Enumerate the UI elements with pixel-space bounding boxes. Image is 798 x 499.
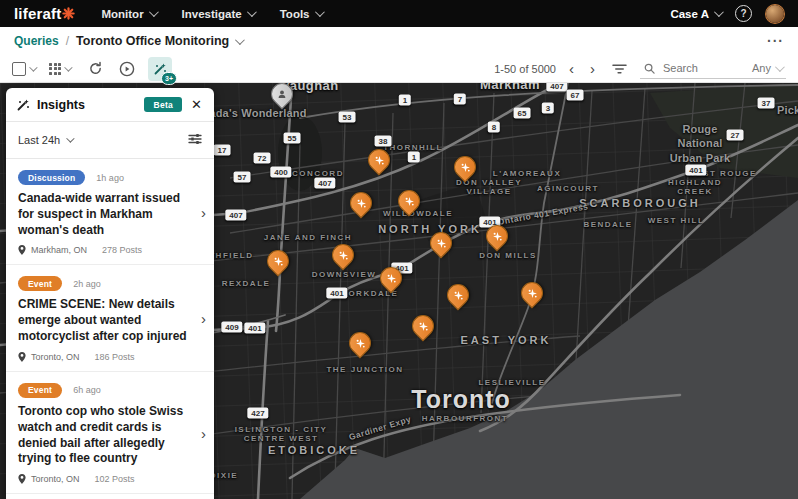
- magic-wand-icon: [16, 98, 30, 112]
- select-all-dropdown[interactable]: [12, 62, 35, 76]
- card-post-count: 278 Posts: [102, 245, 142, 255]
- chevron-down-icon: [64, 63, 72, 71]
- breadcrumb-separator: /: [66, 34, 69, 48]
- breadcrumb-bar: Queries / Toronto Office Monitoring ···: [0, 27, 798, 55]
- more-options-button[interactable]: ···: [767, 33, 784, 49]
- sparkle-icon: [413, 316, 433, 336]
- run-query-button[interactable]: [116, 58, 138, 80]
- location-pin-icon: [18, 474, 26, 484]
- query-title: Toronto Office Monitoring: [76, 34, 229, 48]
- nav-menu-monitor-label: Monitor: [101, 8, 143, 20]
- chevron-down-icon: [775, 62, 785, 72]
- card-location: Markham, ON: [31, 245, 87, 255]
- insight-card[interactable]: Discussion 1h ago Canada-wide warrant is…: [6, 159, 214, 265]
- sparkle-icon: [431, 233, 451, 253]
- app-logo-text: liferaft: [14, 5, 61, 22]
- app-logo[interactable]: liferaft: [14, 5, 75, 22]
- nav-menu-investigate[interactable]: Investigate: [182, 8, 254, 20]
- chevron-down-icon: [247, 7, 257, 17]
- insight-card[interactable]: Event 6h ago Toronto cop who stole Swiss…: [6, 372, 214, 494]
- card-timestamp: 2h ago: [73, 279, 101, 289]
- sparkle-icon: [522, 283, 542, 303]
- chevron-down-icon: [235, 35, 245, 45]
- sparkle-icon: [333, 245, 353, 265]
- card-title: CRIME SCENE: New details emerge about wa…: [18, 297, 202, 344]
- insights-toggle-button[interactable]: 3+: [148, 57, 172, 81]
- next-page-button[interactable]: ›: [587, 61, 598, 76]
- prev-page-button[interactable]: ‹: [566, 61, 577, 76]
- logo-starburst-icon: [62, 7, 75, 20]
- search-input[interactable]: [661, 61, 737, 75]
- refresh-button[interactable]: [84, 58, 106, 80]
- case-selector-label: Case A: [670, 8, 709, 20]
- location-pin-icon: [18, 245, 26, 255]
- checkbox-icon: [12, 62, 26, 76]
- breadcrumb-queries-link[interactable]: Queries: [14, 34, 59, 48]
- nav-menu-tools-label: Tools: [280, 8, 310, 20]
- sparkle-icon: [381, 268, 401, 288]
- sparkle-icon: [448, 285, 468, 305]
- filter-lines-icon: [612, 63, 627, 75]
- case-selector[interactable]: Case A: [670, 8, 721, 20]
- close-icon[interactable]: ✕: [189, 97, 204, 112]
- card-post-count: 186 Posts: [95, 352, 135, 362]
- top-nav-bar: liferaft Monitor Investigate Tools Case …: [0, 0, 798, 27]
- nav-menu-monitor[interactable]: Monitor: [101, 8, 155, 20]
- card-location: Toronto, ON: [31, 352, 80, 362]
- sparkle-icon: [369, 150, 389, 170]
- sparkle-icon: [350, 333, 370, 353]
- view-layout-dropdown[interactable]: [49, 63, 70, 75]
- insights-panel-title: Insights: [37, 98, 85, 112]
- pagination-label: 1-50 of 5000: [494, 63, 556, 75]
- filter-button[interactable]: [608, 58, 630, 80]
- insights-count-badge: 3+: [161, 72, 177, 85]
- play-icon: [119, 61, 135, 77]
- insights-settings-button[interactable]: [188, 131, 202, 149]
- category-badge: Event: [18, 276, 62, 291]
- chevron-down-icon: [149, 7, 159, 17]
- time-range-label: Last 24h: [18, 134, 60, 146]
- search-scope-dropdown[interactable]: Any: [752, 62, 782, 74]
- refresh-icon: [88, 61, 103, 76]
- insight-card[interactable]: Discussion 8h ago Toronto police release…: [6, 494, 214, 499]
- search-scope-label: Any: [752, 62, 771, 74]
- user-avatar[interactable]: [766, 5, 784, 23]
- category-badge: Discussion: [18, 170, 85, 185]
- insights-panel: Insights Beta ✕ Last 24h Discussion 1h a…: [6, 88, 214, 499]
- query-title-dropdown[interactable]: Toronto Office Monitoring: [76, 34, 242, 48]
- insights-filter-row: Last 24h: [6, 122, 214, 159]
- category-badge: Event: [18, 383, 62, 398]
- sparkle-icon: [268, 251, 288, 271]
- card-title: Toronto cop who stole Swiss watch and cr…: [18, 404, 202, 467]
- nav-menu-tools[interactable]: Tools: [280, 8, 322, 20]
- card-location: Toronto, ON: [31, 474, 80, 484]
- person-icon: [272, 84, 292, 104]
- chevron-right-icon[interactable]: ›: [201, 203, 206, 220]
- search-icon: [644, 63, 655, 74]
- sliders-icon: [188, 133, 202, 145]
- help-icon: ?: [740, 8, 746, 19]
- time-range-dropdown[interactable]: Last 24h: [18, 134, 72, 146]
- nav-menu-investigate-label: Investigate: [182, 8, 242, 20]
- chevron-down-icon: [29, 63, 37, 71]
- card-timestamp: 6h ago: [73, 385, 101, 395]
- chevron-right-icon[interactable]: ›: [201, 310, 206, 327]
- insights-panel-header: Insights Beta ✕: [6, 88, 214, 122]
- sparkle-icon: [351, 193, 371, 213]
- search-box[interactable]: Any: [640, 58, 786, 79]
- sparkle-icon: [487, 226, 507, 246]
- card-timestamp: 1h ago: [96, 173, 124, 183]
- sparkle-icon: [455, 157, 475, 177]
- results-toolbar: 3+ 1-50 of 5000 ‹ › Any: [0, 55, 798, 83]
- chevron-down-icon: [714, 7, 724, 17]
- location-pin-icon: [18, 352, 26, 362]
- grid-view-icon: [49, 63, 61, 75]
- help-button[interactable]: ?: [735, 5, 752, 22]
- chevron-down-icon: [314, 7, 324, 17]
- beta-badge: Beta: [144, 97, 182, 112]
- chevron-down-icon: [66, 134, 74, 142]
- chevron-right-icon[interactable]: ›: [201, 424, 206, 441]
- insights-card-list: Discussion 1h ago Canada-wide warrant is…: [6, 159, 214, 499]
- sparkle-icon: [399, 191, 419, 211]
- insight-card[interactable]: Event 2h ago CRIME SCENE: New details em…: [6, 265, 214, 371]
